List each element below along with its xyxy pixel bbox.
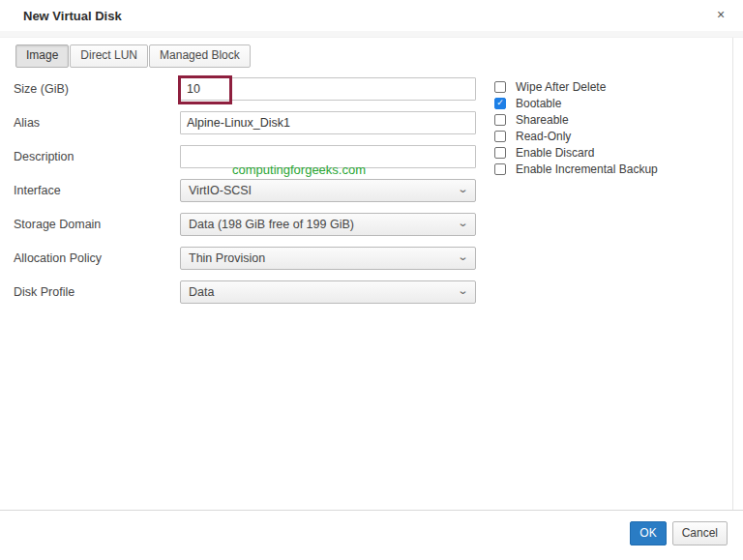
checkbox-label: Read-Only: [516, 130, 571, 143]
cancel-button[interactable]: Cancel: [672, 521, 728, 545]
form-row-allocation-policy: Allocation PolicyThin Provision⌄: [0, 241, 484, 275]
tab-managed-block[interactable]: Managed Block: [149, 44, 251, 68]
watermark-text: computingforgeeks.com: [232, 162, 366, 177]
dialog-footer: OK Cancel: [0, 510, 743, 556]
dialog-right-edge: [732, 38, 733, 555]
field-label: Storage Domain: [14, 218, 180, 231]
chevron-down-icon: ⌄: [457, 251, 468, 263]
ok-button[interactable]: OK: [630, 521, 666, 545]
checkbox-checked-icon[interactable]: ✓: [494, 98, 506, 109]
field-control: Data⌄: [180, 280, 476, 304]
alias-input[interactable]: [180, 111, 476, 134]
chevron-down-icon: ⌄: [457, 183, 468, 195]
checkbox-unchecked-icon[interactable]: [494, 114, 506, 126]
form-row-disk-profile: Disk ProfileData⌄: [0, 275, 484, 309]
checkbox-label: Bootable: [516, 97, 561, 110]
selected-value: Data: [189, 285, 214, 299]
checkbox-label: Shareable: [516, 113, 569, 127]
checkbox-unchecked-icon[interactable]: [494, 81, 506, 93]
checkbox-label: Wipe After Delete: [516, 80, 606, 94]
interface-select[interactable]: VirtIO-SCSI⌄: [180, 179, 476, 202]
field-label: Alias: [14, 116, 180, 130]
form-row-storage-domain: Storage DomainData (198 GiB free of 199 …: [0, 207, 484, 241]
new-virtual-disk-dialog: New Virtual Disk × ImageDirect LUNManage…: [0, 0, 743, 556]
dialog-title: New Virtual Disk: [23, 9, 122, 23]
storage-domain-select[interactable]: Data (198 GiB free of 199 GiB)⌄: [180, 213, 476, 236]
checkbox-enable-discard[interactable]: Enable Discard: [494, 144, 658, 161]
chevron-down-icon: ⌄: [457, 284, 468, 297]
field-label: Disk Profile: [14, 285, 180, 299]
checkbox-group: Wipe After Delete✓BootableShareableRead-…: [494, 78, 658, 177]
field-label: Allocation Policy: [14, 251, 180, 265]
checkbox-read-only[interactable]: Read-Only: [494, 128, 658, 144]
checkbox-wipe-after-delete[interactable]: Wipe After Delete: [494, 78, 658, 95]
checkbox-unchecked-icon[interactable]: [494, 131, 506, 142]
field-control: [180, 77, 476, 101]
header-divider: [0, 31, 743, 38]
tab-bar: ImageDirect LUNManaged Block: [15, 44, 252, 68]
size-gib-input[interactable]: [180, 77, 476, 101]
tab-direct-lun[interactable]: Direct LUN: [70, 44, 148, 68]
form-row-interface: InterfaceVirtIO-SCSI⌄: [0, 173, 484, 207]
close-icon[interactable]: ×: [712, 6, 729, 23]
chevron-down-icon: ⌄: [457, 217, 468, 229]
selected-value: Thin Provision: [189, 251, 265, 265]
tab-image[interactable]: Image: [15, 44, 69, 68]
field-label: Size (GiB): [14, 82, 180, 96]
form-row-size-gib: Size (GiB): [0, 72, 484, 105]
field-control: Thin Provision⌄: [180, 247, 476, 270]
field-control: [180, 111, 476, 134]
checkbox-enable-incremental-backup[interactable]: Enable Incremental Backup: [494, 161, 658, 177]
checkbox-label: Enable Discard: [516, 146, 594, 160]
checkbox-bootable[interactable]: ✓Bootable: [494, 95, 658, 111]
form-fields: Size (GiB)AliasDescriptionInterfaceVirtI…: [0, 72, 484, 309]
field-control: VirtIO-SCSI⌄: [180, 179, 476, 202]
field-label: Description: [14, 150, 180, 163]
checkbox-shareable[interactable]: Shareable: [494, 111, 658, 128]
checkbox-unchecked-icon[interactable]: [494, 163, 506, 175]
checkbox-unchecked-icon[interactable]: [494, 147, 506, 159]
allocation-policy-select[interactable]: Thin Provision⌄: [180, 247, 476, 270]
form-row-alias: Alias: [0, 105, 484, 139]
field-label: Interface: [14, 184, 180, 197]
checkbox-label: Enable Incremental Backup: [516, 162, 658, 176]
field-control: Data (198 GiB free of 199 GiB)⌄: [180, 213, 476, 236]
disk-profile-select[interactable]: Data⌄: [180, 280, 476, 304]
selected-value: Data (198 GiB free of 199 GiB): [189, 218, 354, 231]
dialog-header: New Virtual Disk ×: [0, 0, 743, 31]
selected-value: VirtIO-SCSI: [189, 184, 252, 197]
